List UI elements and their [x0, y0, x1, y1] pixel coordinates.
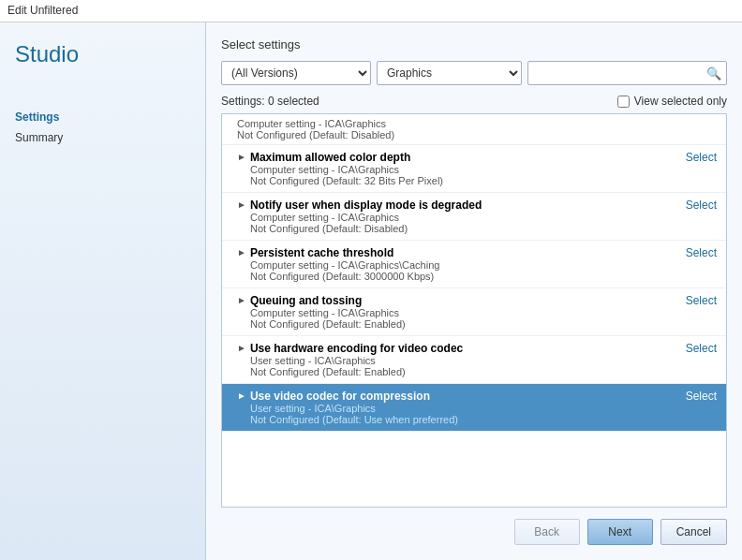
- setting-name: Notify user when display mode is degrade…: [250, 199, 482, 212]
- setting-name: Use video codec for compression: [250, 390, 430, 403]
- setting-status: Not Configured (Default: 32 Bits Per Pix…: [250, 175, 717, 186]
- sidebar-item-summary[interactable]: Summary: [15, 127, 190, 148]
- setting-title-wrapper: ► Use hardware encoding for video codec: [237, 342, 463, 355]
- setting-name: Maximum allowed color depth: [250, 151, 410, 164]
- right-panel: Select settings (All Versions) XenApp 7.…: [206, 22, 742, 560]
- setting-path: Computer setting - ICA\Graphics: [237, 118, 717, 129]
- cancel-button[interactable]: Cancel: [660, 519, 727, 545]
- studio-logo: Studio: [15, 41, 190, 79]
- view-selected-only-text: View selected only: [634, 95, 727, 108]
- setting-header: ► Persistent cache threshold Select: [237, 246, 717, 259]
- filter-row: (All Versions) XenApp 7.x XenDesktop 7.x…: [221, 61, 727, 85]
- list-item[interactable]: ► Maximum allowed color depth Select Com…: [222, 145, 726, 193]
- setting-header: ► Notify user when display mode is degra…: [237, 199, 717, 212]
- setting-header: ► Queuing and tossing Select: [237, 294, 717, 307]
- panel-heading: Select settings: [221, 37, 727, 52]
- select-button-3[interactable]: Select: [686, 246, 717, 259]
- title-bar: Edit Unfiltered: [0, 0, 742, 22]
- next-button[interactable]: Next: [587, 519, 653, 545]
- sidebar-item-settings[interactable]: Settings: [15, 107, 190, 127]
- expand-arrow-icon: ►: [237, 152, 246, 162]
- setting-path: Computer setting - ICA\Graphics: [250, 164, 717, 175]
- setting-status: Not Configured (Default: Disabled): [250, 223, 717, 234]
- list-item[interactable]: ► Use video codec for compression Select…: [222, 384, 726, 432]
- list-item[interactable]: ► Queuing and tossing Select Computer se…: [222, 288, 726, 336]
- expand-arrow-icon: ►: [237, 295, 246, 305]
- select-button-4[interactable]: Select: [686, 294, 717, 307]
- setting-title-wrapper: ► Use video codec for compression: [237, 390, 430, 403]
- settings-info-row: Settings: 0 selected View selected only: [221, 95, 727, 108]
- list-item[interactable]: ► Notify user when display mode is degra…: [222, 193, 726, 241]
- setting-name: Use hardware encoding for video codec: [250, 342, 463, 355]
- search-input[interactable]: [527, 61, 727, 85]
- setting-title-wrapper: ► Queuing and tossing: [237, 294, 362, 307]
- setting-header: ► Maximum allowed color depth Select: [237, 151, 717, 164]
- expand-arrow-icon: ►: [237, 343, 246, 353]
- setting-name: Queuing and tossing: [250, 294, 362, 307]
- list-item[interactable]: ► Use hardware encoding for video codec …: [222, 336, 726, 384]
- sidebar: Studio Settings Summary: [0, 22, 206, 560]
- setting-header: ► Use video codec for compression Select: [237, 390, 717, 403]
- select-button-5[interactable]: Select: [686, 342, 717, 355]
- footer-buttons: Back Next Cancel: [221, 508, 727, 545]
- view-selected-only-checkbox[interactable]: [617, 96, 630, 108]
- version-filter[interactable]: (All Versions) XenApp 7.x XenDesktop 7.x: [221, 61, 371, 85]
- setting-title-wrapper: ► Notify user when display mode is degra…: [237, 199, 482, 212]
- select-button-6[interactable]: Select: [686, 390, 717, 403]
- sidebar-nav: Settings Summary: [15, 107, 190, 148]
- view-selected-only-label[interactable]: View selected only: [617, 95, 727, 108]
- list-item: Computer setting - ICA\Graphics Not Conf…: [222, 114, 726, 145]
- category-filter[interactable]: Graphics ICA Multimedia Virtual Channels: [377, 61, 522, 85]
- setting-status: Not Configured (Default: Enabled): [250, 366, 717, 377]
- expand-arrow-icon: ►: [237, 247, 246, 258]
- setting-status: Not Configured (Default: Use when prefer…: [250, 414, 717, 425]
- settings-list: Computer setting - ICA\Graphics Not Conf…: [222, 114, 726, 432]
- setting-path: User setting - ICA\Graphics: [250, 403, 717, 414]
- setting-path: Computer setting - ICA\Graphics\Caching: [250, 259, 717, 271]
- setting-path: User setting - ICA\Graphics: [250, 355, 717, 366]
- main-content: Studio Settings Summary Select settings …: [0, 22, 742, 560]
- setting-title-wrapper: ► Persistent cache threshold: [237, 246, 393, 259]
- settings-count: Settings: 0 selected: [221, 95, 319, 108]
- setting-title-wrapper: ► Maximum allowed color depth: [237, 151, 410, 164]
- setting-status: Not Configured (Default: 3000000 Kbps): [250, 271, 717, 282]
- expand-arrow-icon: ►: [237, 391, 246, 401]
- select-button-2[interactable]: Select: [686, 199, 717, 212]
- search-box: 🔍: [527, 61, 727, 85]
- back-button[interactable]: Back: [514, 519, 580, 545]
- setting-name: Persistent cache threshold: [250, 246, 393, 259]
- setting-path: Computer setting - ICA\Graphics: [250, 212, 717, 223]
- setting-status: Not Configured (Default: Disabled): [237, 129, 717, 140]
- settings-list-container[interactable]: Computer setting - ICA\Graphics Not Conf…: [221, 113, 727, 508]
- setting-header: ► Use hardware encoding for video codec …: [237, 342, 717, 355]
- select-button-1[interactable]: Select: [686, 151, 717, 164]
- search-icon: 🔍: [706, 66, 721, 81]
- setting-status: Not Configured (Default: Enabled): [250, 318, 717, 330]
- list-item[interactable]: ► Persistent cache threshold Select Comp…: [222, 241, 726, 288]
- setting-path: Computer setting - ICA\Graphics: [250, 307, 717, 318]
- expand-arrow-icon: ►: [237, 199, 246, 210]
- title-bar-label: Edit Unfiltered: [7, 4, 78, 17]
